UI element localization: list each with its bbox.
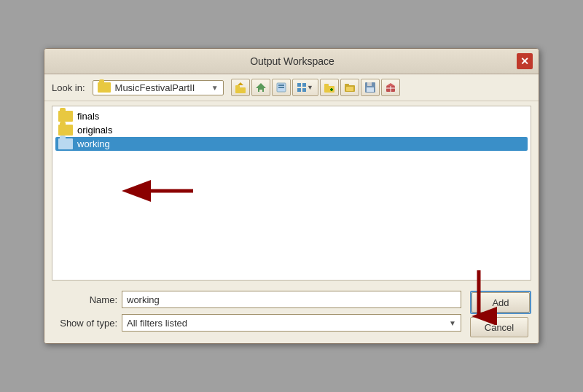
look-in-dropdown[interactable]: MusicFestivalPartII ▼ (93, 80, 224, 95)
dropdown-arrow-icon: ▼ (211, 84, 219, 92)
svg-rect-9 (297, 88, 301, 92)
add-folder-btn[interactable] (320, 79, 339, 96)
bookmark-btn[interactable] (272, 79, 291, 96)
svg-marker-22 (386, 83, 395, 86)
show-type-value: All filters listed (127, 318, 187, 329)
folder-icon (58, 138, 73, 149)
file-area[interactable]: finals originals working (52, 106, 531, 281)
open-folder-btn[interactable] (340, 79, 359, 96)
folder-icon (58, 125, 73, 136)
output-workspace-dialog: Output Workspace ✕ Look in: MusicFestiva… (44, 48, 539, 344)
svg-rect-8 (302, 83, 306, 87)
svg-rect-6 (278, 87, 284, 88)
home-btn[interactable] (251, 79, 270, 96)
svg-marker-3 (256, 83, 266, 92)
svg-rect-12 (324, 84, 329, 87)
look-in-label: Look in: (52, 82, 85, 93)
folder-icon (58, 111, 73, 122)
toolbar-buttons: ▼ (231, 79, 400, 96)
svg-marker-2 (238, 82, 243, 85)
package-btn[interactable] (381, 79, 400, 96)
view-btn[interactable]: ▼ (292, 79, 318, 96)
add-button[interactable]: Add (472, 292, 530, 313)
cancel-button[interactable]: Cancel (470, 317, 528, 337)
save-btn[interactable] (361, 79, 380, 96)
bottom-section: Name: Show of type: All filters listed ▼… (44, 285, 539, 343)
folder-name: originals (77, 125, 112, 136)
toolbar-row: Look in: MusicFestivalPartII ▼ ▼ (44, 74, 539, 101)
svg-rect-7 (297, 83, 301, 87)
dialog-title: Output Workspace (68, 55, 517, 67)
show-type-row: Show of type: All filters listed ▼ (52, 314, 461, 332)
look-in-value: MusicFestivalPartII (115, 82, 207, 93)
svg-rect-5 (278, 85, 284, 86)
name-row: Name: (52, 291, 461, 308)
up-folder-btn[interactable] (231, 79, 250, 96)
name-input[interactable] (122, 291, 461, 308)
title-bar: Output Workspace ✕ (44, 49, 539, 74)
folder-name: finals (77, 111, 99, 122)
add-button-wrapper: Add (470, 291, 531, 314)
select-arrow-icon: ▼ (449, 319, 456, 327)
folder-name: working (77, 138, 110, 149)
svg-rect-1 (235, 85, 240, 88)
folder-working[interactable]: working (55, 137, 528, 151)
svg-rect-16 (345, 84, 349, 86)
action-buttons: Add Cancel (470, 291, 531, 337)
svg-rect-19 (367, 82, 372, 86)
close-button[interactable]: ✕ (517, 53, 533, 69)
name-label: Name: (52, 294, 117, 305)
show-type-label: Show of type: (52, 318, 117, 329)
svg-rect-20 (367, 87, 374, 92)
svg-rect-10 (302, 88, 306, 92)
svg-rect-0 (235, 87, 246, 93)
show-type-select[interactable]: All filters listed ▼ (122, 314, 461, 332)
view-dropdown-arrow: ▼ (307, 84, 313, 91)
svg-rect-17 (346, 87, 353, 91)
folder-finals[interactable]: finals (55, 109, 528, 123)
folder-originals[interactable]: originals (55, 123, 528, 137)
folder-icon (98, 82, 111, 93)
